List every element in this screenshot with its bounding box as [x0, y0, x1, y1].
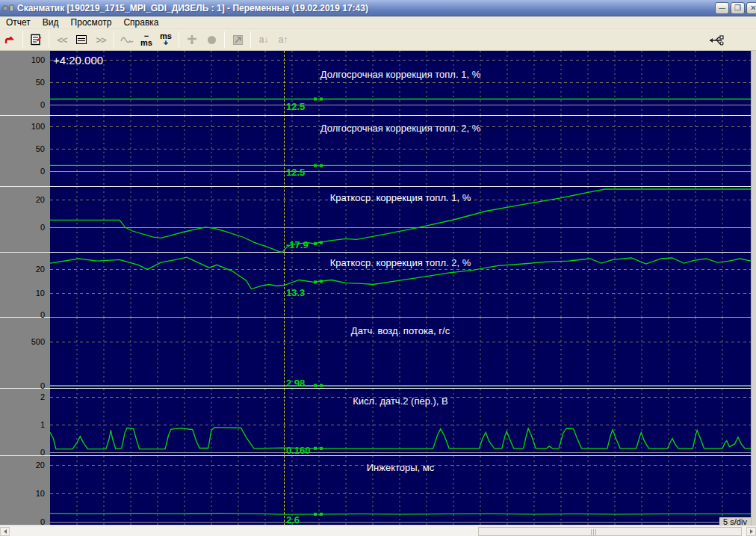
trace-point-marker: [320, 513, 323, 516]
trace-point-marker: [320, 384, 323, 387]
toolbar-separator: [179, 31, 179, 48]
trace-injectors: [50, 514, 751, 515]
back-button[interactable]: [1, 31, 19, 49]
back-icon: [4, 34, 16, 46]
marker-icon: [186, 34, 198, 46]
trace-point-marker: [314, 242, 317, 245]
chart-panel-o2s2: 210Кисл. датч.2 (пер.), В0.160: [0, 389, 756, 456]
record-button[interactable]: [202, 31, 220, 49]
toolbar-separator: [224, 31, 225, 48]
list-button[interactable]: [72, 31, 90, 49]
cursor-value-ltft1: 12.5: [286, 101, 305, 112]
menu-view[interactable]: Вид: [37, 16, 65, 28]
trace-point-marker: [314, 513, 317, 516]
scroll-left-button[interactable]: [0, 527, 10, 536]
scrollbar-thumb[interactable]: [478, 527, 742, 536]
signal-button[interactable]: [118, 31, 136, 49]
cursor-value-stft2: 13.3: [286, 287, 305, 298]
chart-panel-stft2: 20100Краткоср. коррекция топл. 2, %13.3: [0, 253, 756, 318]
menu-help[interactable]: Справка: [117, 16, 164, 28]
prev-page-button[interactable]: <<: [53, 31, 71, 49]
list-icon: [76, 35, 87, 44]
toolbar-separator: [49, 31, 49, 48]
window-title: Сканматик [190219_1715_MPI_GDI_ДИЗЕЛЬ : …: [17, 3, 368, 13]
trace-point-marker: [314, 280, 317, 283]
window-controls: — ❐ ✕: [715, 2, 756, 14]
cursor-time-label: +4:20.000: [53, 54, 103, 67]
record-icon: [208, 36, 216, 44]
app-window: Сканматик [190219_1715_MPI_GDI_ДИЗЕЛЬ : …: [0, 0, 756, 536]
trace-o2s2: [50, 428, 751, 449]
marker-button[interactable]: [183, 31, 201, 49]
trace-point-marker: [320, 241, 323, 244]
minimize-button[interactable]: —: [715, 2, 729, 14]
ms-minus-button[interactable]: − ms: [137, 31, 155, 49]
trace-point-marker: [320, 164, 323, 167]
trace-point-marker: [320, 447, 323, 450]
menu-report[interactable]: Отчет: [0, 16, 37, 28]
trace-point-marker: [314, 384, 317, 387]
title-bar[interactable]: Сканматик [190219_1715_MPI_GDI_ДИЗЕЛЬ : …: [0, 0, 756, 16]
panel-title-ltft2: Долгосрочная коррекция топл. 2, %: [50, 123, 751, 134]
report-icon: [30, 34, 42, 46]
chart-panel-ltft1: 100500Долгосрочная коррекция топл. 1, %1…: [0, 51, 756, 116]
toolbar-separator: [22, 31, 23, 48]
a-down-button[interactable]: a↓: [255, 31, 273, 49]
panel-title-maf: Датч. возд. потока, г/с: [50, 325, 751, 336]
cursor-value-injectors: 2.6: [286, 514, 300, 526]
app-icon: [2, 3, 14, 13]
ms-minus-label: ms: [140, 40, 152, 46]
panel-title-o2s2: Кисл. датч.2 (пер.), В: [50, 395, 751, 407]
fit-icon: [232, 34, 244, 46]
scroll-right-icon: [750, 529, 753, 534]
chart-panel-injectors: 20100Инжекторы, мс2.6: [0, 456, 756, 526]
report-button[interactable]: [27, 31, 45, 49]
ms-plus-sign: +: [164, 40, 168, 46]
panel-title-stft1: Краткоср. коррекция топл. 1, %: [50, 192, 751, 203]
usb-button[interactable]: [706, 31, 727, 49]
fit-button[interactable]: [229, 31, 247, 49]
chart-panel-maf: 5000Датч. возд. потока, г/с2.98: [0, 318, 756, 389]
cursor-value-maf: 2.98: [286, 378, 305, 389]
vertical-scrollbar[interactable]: [751, 51, 756, 526]
toolbar-separator: [250, 31, 251, 48]
panel-canvas: [0, 51, 756, 116]
trace-point-marker: [320, 98, 323, 101]
scrollbar-grip-icon: [591, 529, 597, 535]
panel-title-stft2: Краткоср. коррекция топл. 2, %: [50, 257, 751, 268]
chart-panel-stft1: 200Краткоср. коррекция топл. 1, %-17.9: [0, 187, 756, 253]
usb-icon: [708, 34, 725, 47]
toolbar-separator: [114, 31, 114, 48]
cursor-value-stft1: -17.9: [286, 239, 309, 250]
toolbar: << >> − ms ms +: [0, 29, 756, 51]
trace-point-marker: [314, 98, 317, 101]
trace-point-marker: [320, 280, 323, 283]
next-page-button[interactable]: >>: [92, 31, 110, 49]
trace-point-marker: [314, 164, 317, 167]
close-button[interactable]: ✕: [746, 2, 756, 14]
panel-title-ltft1: Долгосрочная коррекция топл. 1, %: [50, 69, 751, 80]
ms-plus-button[interactable]: ms +: [157, 31, 175, 49]
signal-icon: [120, 34, 134, 45]
cursor-value-ltft2: 12.5: [286, 167, 305, 178]
panel-title-injectors: Инжекторы, мс: [50, 462, 751, 473]
a-up-button[interactable]: a↑: [274, 31, 292, 49]
scroll-left-icon: [4, 529, 7, 534]
cursor-value-o2s2: 0.160: [286, 445, 311, 456]
menu-browse[interactable]: Просмотр: [65, 16, 118, 28]
chart-panel-ltft2: 100500Долгосрочная коррекция топл. 2, %1…: [0, 116, 756, 187]
restore-button[interactable]: ❐: [731, 2, 745, 14]
time-cursor[interactable]: [284, 51, 285, 526]
trace-point-marker: [314, 447, 317, 450]
horizontal-scrollbar[interactable]: [0, 526, 756, 536]
scroll-right-button[interactable]: [746, 527, 756, 536]
menu-bar: Отчет Вид Просмотр Справка: [0, 16, 756, 29]
